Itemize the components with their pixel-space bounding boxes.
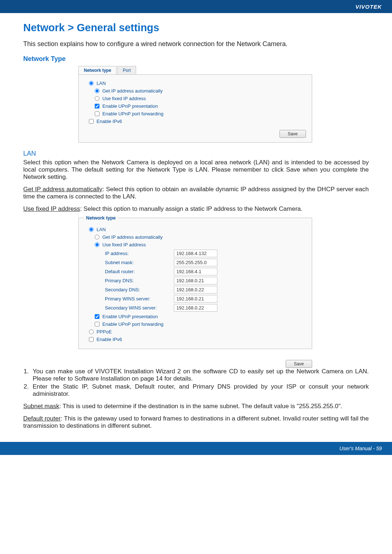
ip-address-label: IP address: bbox=[105, 251, 174, 256]
footer-text: User's Manual - 59 bbox=[339, 446, 382, 451]
notes-list: You can make use of VIVOTEK Installation… bbox=[23, 368, 369, 398]
swins-label: Secondary WINS server: bbox=[105, 305, 174, 311]
lan-heading: LAN bbox=[23, 150, 369, 157]
tabs: Network type Port bbox=[78, 66, 137, 74]
upnp-pres-label-2: Enable UPnP presentation bbox=[102, 314, 158, 319]
network-type-panel-1: Network type Port LAN Get IP address aut… bbox=[78, 74, 312, 143]
subnet-label: Subnet mask: bbox=[105, 260, 174, 265]
lan-label: LAN bbox=[97, 81, 106, 86]
router-underline: Default router bbox=[23, 415, 61, 422]
get-ip-row[interactable]: Get IP address automatically bbox=[95, 88, 306, 94]
upnp-pres-row[interactable]: Enable UPnP presentation bbox=[95, 103, 306, 109]
subnet-input[interactable] bbox=[174, 259, 217, 266]
swins-row: Secondary WINS server: bbox=[105, 304, 306, 312]
get-ip-label-2: Get IP address automatically bbox=[102, 234, 163, 240]
upnp-port-row[interactable]: Enable UPnP port forwarding bbox=[95, 111, 306, 116]
upnp-pres-checkbox[interactable] bbox=[95, 104, 99, 108]
get-ip-underline: Get IP address automatically bbox=[23, 186, 102, 193]
top-bar: VIVOTEK bbox=[0, 0, 392, 13]
ip-address-input[interactable] bbox=[174, 250, 217, 257]
fieldset-legend: Network type bbox=[84, 215, 118, 221]
lan-radio-row[interactable]: LAN bbox=[89, 81, 306, 86]
ip-address-row: IP address: bbox=[105, 250, 306, 257]
swins-input[interactable] bbox=[174, 304, 217, 312]
router-row: Default router: bbox=[105, 268, 306, 275]
save-button-2[interactable]: Save bbox=[286, 360, 312, 368]
ipv6-checkbox-2[interactable] bbox=[89, 337, 94, 342]
use-fixed-radio[interactable] bbox=[95, 96, 99, 101]
upnp-port-row-2[interactable]: Enable UPnP port forwarding bbox=[95, 321, 306, 327]
subnet-row: Subnet mask: bbox=[105, 259, 306, 266]
lan-label-2: LAN bbox=[97, 227, 106, 232]
use-fixed-paragraph: Use fixed IP address: Select this option… bbox=[23, 205, 369, 213]
sdns-label: Secondary DNS: bbox=[105, 287, 174, 292]
ipv6-checkbox[interactable] bbox=[89, 119, 94, 124]
router-label: Default router: bbox=[105, 269, 174, 274]
save-button-1[interactable]: Save bbox=[279, 130, 306, 138]
subnet-paragraph: Subnet mask: This is used to determine i… bbox=[23, 403, 369, 410]
page-content: Network > General settings This section … bbox=[0, 13, 392, 442]
tab-port[interactable]: Port bbox=[117, 66, 136, 74]
get-ip-radio-2[interactable] bbox=[95, 235, 99, 239]
pwins-row: Primary WINS server: bbox=[105, 295, 306, 303]
ipv6-row-2[interactable]: Enable IPv6 bbox=[89, 337, 306, 342]
footer-bar: User's Manual - 59 bbox=[0, 442, 392, 455]
get-ip-label: Get IP address automatically bbox=[102, 88, 163, 94]
upnp-port-checkbox[interactable] bbox=[95, 111, 99, 116]
note-1: You can make use of VIVOTEK Installation… bbox=[30, 368, 369, 382]
get-ip-radio[interactable] bbox=[95, 89, 99, 93]
router-paragraph: Default router: This is the gateway used… bbox=[23, 415, 369, 430]
sdns-row: Secondary DNS: bbox=[105, 286, 306, 294]
pwins-input[interactable] bbox=[174, 295, 217, 303]
brand-logo: VIVOTEK bbox=[355, 4, 382, 10]
section-network-type: Network Type bbox=[23, 55, 369, 63]
lan-radio-2[interactable] bbox=[89, 227, 94, 232]
get-ip-row-2[interactable]: Get IP address automatically bbox=[95, 234, 306, 240]
ipv6-label: Enable IPv6 bbox=[97, 119, 122, 124]
note-2: Enter the Static IP, Subnet mask, Defaul… bbox=[30, 383, 369, 398]
pdns-input[interactable] bbox=[174, 277, 217, 284]
pppoe-label: PPPoE bbox=[97, 329, 112, 335]
pdns-label: Primary DNS: bbox=[105, 278, 174, 283]
use-fixed-row[interactable]: Use fixed IP address bbox=[95, 96, 306, 101]
pwins-label: Primary WINS server: bbox=[105, 296, 174, 301]
upnp-pres-label: Enable UPnP presentation bbox=[102, 103, 158, 109]
use-fixed-underline: Use fixed IP address bbox=[23, 205, 80, 212]
subnet-underline: Subnet mask bbox=[23, 403, 59, 410]
use-fixed-row-2[interactable]: Use fixed IP address bbox=[95, 242, 306, 247]
sdns-input[interactable] bbox=[174, 286, 217, 294]
pppoe-radio[interactable] bbox=[89, 329, 94, 334]
upnp-port-label-2: Enable UPnP port forwarding bbox=[102, 321, 163, 327]
pdns-row: Primary DNS: bbox=[105, 277, 306, 284]
use-fixed-label: Use fixed IP address bbox=[102, 96, 146, 101]
lan-radio[interactable] bbox=[89, 81, 94, 86]
page-title: Network > General settings bbox=[23, 22, 369, 34]
intro-text: This section explains how to configure a… bbox=[23, 40, 369, 48]
lan-paragraph: Select this option when the Network Came… bbox=[23, 159, 369, 181]
use-fixed-radio-2[interactable] bbox=[95, 242, 99, 247]
use-fixed-label-2: Use fixed IP address bbox=[102, 242, 146, 247]
pppoe-row[interactable]: PPPoE bbox=[89, 329, 306, 335]
upnp-port-checkbox-2[interactable] bbox=[95, 322, 99, 327]
get-ip-paragraph: Get IP address automatically: Select thi… bbox=[23, 186, 369, 200]
upnp-pres-checkbox-2[interactable] bbox=[95, 314, 99, 319]
lan-radio-row-2[interactable]: LAN bbox=[89, 227, 306, 232]
router-input[interactable] bbox=[174, 268, 217, 275]
upnp-port-label: Enable UPnP port forwarding bbox=[102, 111, 163, 116]
tab-network-type[interactable]: Network type bbox=[78, 66, 117, 74]
ipv6-label-2: Enable IPv6 bbox=[97, 337, 122, 342]
ipv6-row[interactable]: Enable IPv6 bbox=[89, 119, 306, 124]
upnp-pres-row-2[interactable]: Enable UPnP presentation bbox=[95, 314, 306, 319]
network-type-panel-2: Network type LAN Get IP address automati… bbox=[78, 218, 312, 349]
